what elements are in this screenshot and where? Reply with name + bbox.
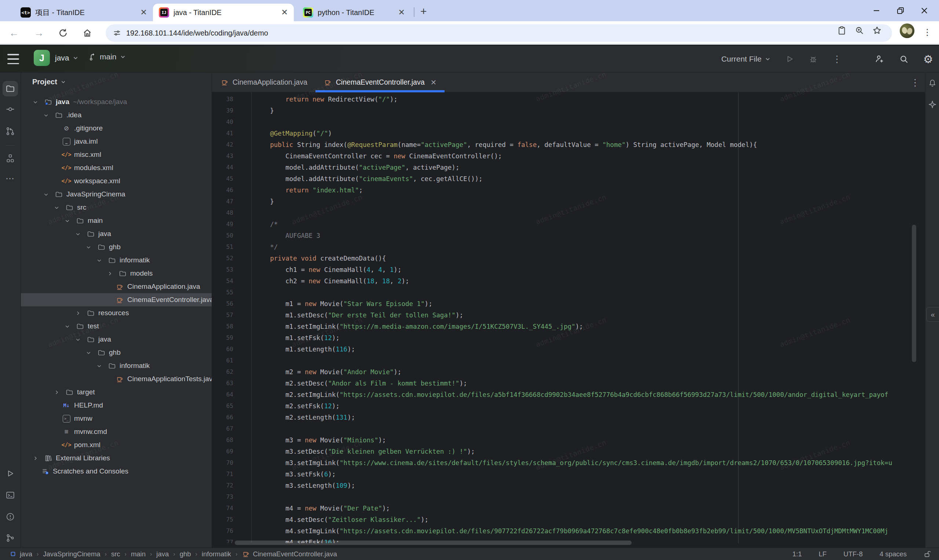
- tree-item[interactable]: test: [21, 320, 212, 333]
- tree-item[interactable]: </>workspace.xml: [21, 174, 212, 188]
- chevron-down-icon[interactable]: [54, 205, 65, 211]
- browser-menu-kebab-icon[interactable]: ⋮: [919, 24, 935, 40]
- tree-item[interactable]: CinemaApplication.java: [21, 280, 212, 293]
- chevron-down-icon[interactable]: [32, 99, 43, 105]
- tree-item[interactable]: >_mvnw: [21, 412, 212, 425]
- tree-item[interactable]: ▁java.iml: [21, 135, 212, 148]
- services-icon[interactable]: [6, 469, 15, 478]
- tree-item[interactable]: java~/workspace/java: [21, 95, 212, 108]
- breadcrumb-item[interactable]: JavaSpringCinema: [43, 550, 100, 558]
- vcs-branch-widget[interactable]: main: [89, 52, 126, 61]
- breadcrumb-item[interactable]: informatik: [202, 550, 231, 558]
- chevron-down-icon[interactable]: [64, 323, 75, 329]
- tree-item[interactable]: Scratches and Consoles: [21, 465, 212, 478]
- tree-item[interactable]: java: [21, 227, 212, 240]
- settings-gear-icon[interactable]: ⚙: [923, 53, 933, 66]
- close-tab-icon[interactable]: ✕: [140, 8, 147, 17]
- browser-tab-python[interactable]: PC python - TitanIDE ✕: [297, 4, 411, 21]
- chevron-down-icon[interactable]: [43, 112, 54, 118]
- breadcrumb-item[interactable]: CinemaEventController.java: [242, 550, 337, 558]
- breadcrumb-item[interactable]: ghb: [180, 550, 191, 558]
- tree-item[interactable]: informatik: [21, 254, 212, 267]
- chevron-down-icon[interactable]: [96, 363, 107, 369]
- forward-icon[interactable]: →: [31, 25, 47, 41]
- clipboard-icon[interactable]: [837, 26, 846, 35]
- tree-item[interactable]: ghb: [21, 240, 212, 254]
- url-text[interactable]: 192.168.101.144/ide/web/coding/java/demo: [126, 29, 268, 37]
- ai-assistant-icon[interactable]: [928, 100, 937, 109]
- home-icon[interactable]: [79, 25, 96, 41]
- tree-item[interactable]: target: [21, 386, 212, 399]
- zoom-in-icon[interactable]: [855, 26, 864, 35]
- notifications-bell-icon[interactable]: [928, 78, 937, 88]
- tree-item[interactable]: </>pom.xml: [21, 438, 212, 452]
- tree-item[interactable]: models: [21, 267, 212, 280]
- editor-tab[interactable]: CinemaApplication.java: [212, 72, 315, 92]
- browser-tab-project[interactable]: <t> 项目 - TitanIDE ✕: [15, 4, 153, 21]
- site-settings-icon[interactable]: [113, 29, 121, 37]
- breadcrumb-item[interactable]: java: [9, 550, 32, 558]
- unlock-icon[interactable]: [924, 550, 932, 558]
- browser-avatar[interactable]: [900, 23, 914, 38]
- breadcrumb-item[interactable]: java: [156, 550, 169, 558]
- tree-item[interactable]: ≡mvnw.cmd: [21, 425, 212, 438]
- close-tab-icon[interactable]: ✕: [398, 8, 405, 17]
- chevron-down-icon[interactable]: [85, 350, 97, 356]
- close-tab-icon[interactable]: ✕: [430, 78, 436, 87]
- pull-requests-icon[interactable]: [6, 126, 15, 136]
- version-control-icon[interactable]: [6, 533, 15, 543]
- browser-tab-java[interactable]: IJ java - TitanIDE ✕: [153, 4, 294, 21]
- tree-item[interactable]: </>modules.xml: [21, 161, 212, 174]
- indent-size[interactable]: 4 spaces: [880, 550, 907, 558]
- run-play-icon[interactable]: [785, 55, 794, 63]
- project-panel-title[interactable]: Project: [32, 78, 66, 86]
- chevron-down-icon[interactable]: [43, 191, 54, 197]
- code-editor[interactable]: 38 return new RedirectView("/");39 }4041…: [212, 92, 925, 543]
- chevron-right-icon[interactable]: [107, 271, 118, 277]
- chevron-right-icon[interactable]: [75, 310, 86, 316]
- chevron-down-icon[interactable]: [64, 218, 75, 224]
- more-icon[interactable]: ⋯: [6, 173, 15, 184]
- tree-item[interactable]: JavaSpringCinema: [21, 188, 212, 201]
- bookmark-star-icon[interactable]: [872, 26, 882, 35]
- project-folder-icon[interactable]: [6, 84, 15, 94]
- line-ending[interactable]: LF: [819, 550, 827, 558]
- run-configuration-select[interactable]: Current File: [721, 55, 771, 63]
- editor-tab[interactable]: CinemaEventController.java✕: [315, 72, 444, 92]
- vertical-scrollbar[interactable]: [912, 225, 916, 362]
- chevron-down-icon[interactable]: [75, 337, 86, 343]
- chevron-down-icon[interactable]: [85, 244, 97, 250]
- chevron-right-icon[interactable]: [32, 455, 43, 462]
- address-bar[interactable]: 192.168.101.144/ide/web/coding/java/demo: [106, 24, 892, 42]
- caret-position[interactable]: 1:1: [792, 550, 802, 558]
- commit-icon[interactable]: [6, 105, 15, 114]
- tree-item[interactable]: resources: [21, 306, 212, 320]
- chevron-down-icon[interactable]: [75, 231, 86, 237]
- tree-item[interactable]: ⊘.gitignore: [21, 122, 212, 135]
- chevron-right-icon[interactable]: [54, 389, 65, 395]
- breadcrumb-item[interactable]: src: [111, 550, 120, 558]
- tree-item[interactable]: </>misc.xml: [21, 148, 212, 161]
- new-tab-button[interactable]: +: [420, 6, 427, 17]
- more-kebab-icon[interactable]: ⋮: [832, 54, 842, 65]
- close-tab-icon[interactable]: ✕: [281, 8, 288, 17]
- tree-item[interactable]: main: [21, 214, 212, 227]
- terminal-icon[interactable]: [6, 490, 15, 500]
- problems-icon[interactable]: [6, 512, 15, 522]
- collapse-panel-button[interactable]: «: [926, 307, 939, 322]
- editor-tabs-kebab-icon[interactable]: ⋮: [910, 77, 920, 88]
- search-everywhere-icon[interactable]: [899, 54, 908, 64]
- chevron-down-icon[interactable]: [96, 257, 107, 263]
- debug-bug-icon[interactable]: [809, 55, 817, 63]
- minimize-window-icon[interactable]: [869, 5, 884, 16]
- tree-item[interactable]: CinemaApplicationTests.java: [21, 372, 212, 386]
- tree-item[interactable]: CinemaEventController.java: [21, 293, 212, 306]
- tree-item[interactable]: src: [21, 201, 212, 214]
- tree-item[interactable]: java: [21, 333, 212, 346]
- tree-item[interactable]: .idea: [21, 108, 212, 122]
- horizontal-scrollbar[interactable]: [235, 541, 632, 545]
- reload-icon[interactable]: [55, 25, 71, 41]
- project-widget[interactable]: J java: [34, 50, 79, 66]
- tree-item[interactable]: External Libraries: [21, 452, 212, 465]
- tree-item[interactable]: informatik: [21, 359, 212, 372]
